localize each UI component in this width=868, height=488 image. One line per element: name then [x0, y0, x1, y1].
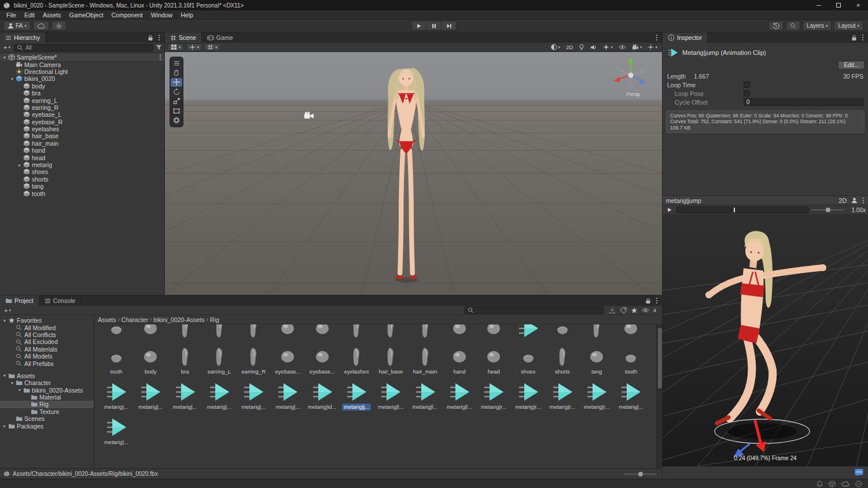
hierarchy-row[interactable]: hair_base — [0, 132, 164, 139]
pivot-dropdown[interactable]: ▾ — [186, 43, 203, 51]
rect-tool-button[interactable] — [171, 106, 182, 116]
grid-scrollbar[interactable] — [656, 324, 662, 468]
asset-item[interactable]: hand — [443, 324, 476, 340]
scene-orientation-gizmo[interactable]: Persp — [610, 54, 656, 97]
scrollbar-thumb[interactable] — [658, 328, 662, 389]
asset-item[interactable]: metarig|... — [100, 416, 133, 446]
asset-item[interactable]: metarig — [512, 324, 545, 340]
palette-drag-handle[interactable] — [171, 59, 182, 68]
breadcrumb-item[interactable]: bikini_0020-Assets — [153, 316, 204, 323]
move-tool-button[interactable] — [171, 78, 182, 87]
slider-knob[interactable] — [638, 472, 643, 476]
expand-arrow[interactable]: ▾ — [9, 76, 15, 82]
tab-game[interactable]: Game — [202, 32, 239, 43]
services-button[interactable] — [52, 21, 67, 31]
effects-dropdown[interactable]: ▾ — [601, 44, 615, 50]
asset-item[interactable]: tooth — [615, 345, 647, 375]
asset-item[interactable]: body — [134, 345, 167, 375]
hidden-count-icon[interactable] — [642, 308, 649, 313]
hierarchy-row[interactable]: ▸metarig — [0, 161, 164, 168]
asset-item[interactable]: tang — [615, 324, 647, 340]
hierarchy-row[interactable]: body — [0, 83, 164, 90]
asset-item[interactable]: eyebase... — [306, 324, 339, 340]
undo-history-button[interactable] — [768, 21, 784, 31]
tab-scene[interactable]: Scene — [165, 32, 202, 43]
scene-camera-gizmo-icon[interactable] — [304, 112, 314, 119]
tab-console[interactable]: Console — [39, 295, 82, 306]
asset-item[interactable]: earring_R — [237, 345, 270, 375]
transform-tool-button[interactable] — [171, 116, 182, 125]
asset-item[interactable]: metarig|... — [271, 380, 304, 411]
shading-mode-dropdown[interactable]: ▾ — [549, 44, 562, 50]
play-button[interactable] — [411, 21, 426, 31]
expand-arrow[interactable]: ▾ — [2, 55, 8, 60]
hierarchy-row[interactable]: hand — [0, 147, 164, 154]
asset-item[interactable]: shorts — [580, 324, 613, 340]
asset-item[interactable]: metarig|... — [615, 380, 647, 411]
2d-toggle[interactable]: 2D — [564, 44, 575, 50]
minimize-button[interactable]: ─ — [809, 0, 829, 10]
project-tree-row[interactable]: Rig — [0, 401, 94, 408]
asset-item[interactable]: hair_main — [409, 345, 442, 375]
hierarchy-row[interactable]: bra — [0, 90, 164, 97]
hierarchy-row[interactable]: ▾bikini_0020 — [0, 75, 164, 82]
gizmos-dropdown[interactable]: ▾ — [646, 44, 659, 50]
preview-speed-slider[interactable] — [811, 206, 844, 213]
playhead[interactable] — [734, 208, 735, 212]
asset-item[interactable]: body — [134, 324, 167, 340]
menu-item[interactable]: Edit — [20, 12, 39, 19]
asset-item[interactable]: metarig|id... — [306, 380, 339, 411]
tab-hierarchy[interactable]: Hierarchy — [0, 32, 46, 43]
preview-timeline-scrubber[interactable] — [676, 206, 809, 213]
collab-chat-icon[interactable] — [855, 468, 863, 477]
loop-time-checkbox[interactable] — [744, 82, 750, 88]
expand-arrow[interactable]: ▾ — [2, 318, 8, 323]
project-tree-row[interactable]: ▾Character — [0, 379, 94, 386]
asset-item[interactable]: hair_main — [409, 324, 442, 340]
lock-icon[interactable] — [851, 35, 857, 41]
breadcrumb-item[interactable]: Character — [122, 316, 148, 323]
project-tree-row[interactable]: Material — [0, 394, 94, 401]
project-tree-row[interactable]: ▸Packages — [0, 422, 94, 429]
asset-item[interactable]: metarig|... — [100, 380, 133, 411]
scene-viewport[interactable]: Persp — [165, 52, 662, 295]
tab-project[interactable]: Project — [0, 295, 39, 306]
asset-item[interactable]: metarig|j... — [340, 380, 373, 411]
asset-item[interactable]: hair_base — [374, 324, 407, 340]
hierarchy-row[interactable]: head — [0, 154, 164, 161]
project-tree-row[interactable]: All Modified — [0, 324, 94, 331]
scale-tool-button[interactable] — [171, 97, 182, 106]
close-button[interactable]: × — [848, 0, 868, 10]
tab-inspector[interactable]: Inspector — [663, 32, 708, 43]
hierarchy-row[interactable]: earring_L — [0, 97, 164, 103]
hierarchy-row[interactable]: eyelashes — [0, 125, 164, 132]
expand-arrow[interactable]: ▾ — [2, 373, 8, 378]
breadcrumb-item[interactable]: Assets — [98, 316, 116, 323]
menu-item[interactable]: File — [2, 12, 20, 19]
project-tree-row[interactable]: All Excluded — [0, 338, 94, 345]
asset-item[interactable]: shoes — [546, 324, 579, 340]
project-tree-row[interactable]: All Models — [0, 353, 94, 360]
create-button[interactable]: +▾ — [2, 44, 12, 51]
project-search-input[interactable] — [465, 306, 604, 314]
lock-icon[interactable] — [645, 298, 651, 304]
preview-play-button[interactable] — [665, 206, 674, 214]
asset-item[interactable]: bra — [169, 345, 201, 375]
animation-preview-viewport[interactable]: 0:24 (049.7%) Frame 24 — [663, 215, 868, 466]
background-tasks-icon[interactable] — [855, 480, 862, 487]
cloud-status-icon[interactable] — [841, 481, 849, 487]
loop-pose-checkbox[interactable] — [744, 90, 750, 97]
snap-dropdown[interactable]: ▾ — [204, 43, 220, 51]
hierarchy-row[interactable]: eyebase_R — [0, 119, 164, 125]
scene-character-model[interactable] — [369, 60, 444, 287]
menu-item[interactable]: Help — [176, 12, 197, 19]
hierarchy-row[interactable]: hair_main — [0, 140, 164, 147]
asset-item[interactable]: eyebase... — [306, 345, 339, 375]
expand-arrow[interactable]: ▾ — [17, 387, 23, 393]
create-asset-button[interactable]: +▾ — [3, 307, 12, 314]
preview-avatar-icon[interactable] — [851, 197, 858, 204]
asset-item[interactable]: tang — [580, 345, 613, 375]
asset-item[interactable]: metarig|r... — [477, 380, 510, 411]
kebab-icon[interactable] — [158, 34, 160, 41]
asset-item[interactable]: metarig|l... — [374, 380, 407, 411]
